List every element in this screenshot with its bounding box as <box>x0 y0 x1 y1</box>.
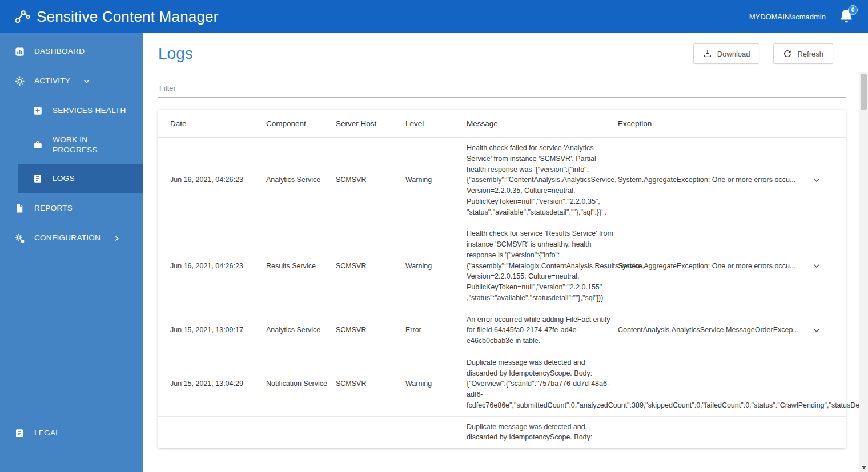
sidebar-item-reports[interactable]: REPORTS <box>0 193 143 223</box>
log-exception-cell <box>618 373 846 396</box>
sidebar: DASHBOARD ACTIVITY <box>0 33 143 472</box>
download-label: Download <box>717 50 750 58</box>
log-component: Analytics Service <box>266 320 336 341</box>
sidebar-item-label: LOGS <box>53 174 75 184</box>
table-row[interactable]: Jun 16, 2021, 04:26:23 Results Service S… <box>158 223 846 309</box>
sidebar-item-dashboard[interactable]: DASHBOARD <box>0 37 143 66</box>
column-header-server-host: Server Host <box>336 119 405 128</box>
sidebar-item-legal[interactable]: LEGAL <box>0 418 143 448</box>
dashboard-icon <box>14 46 25 57</box>
notifications-button[interactable]: 0 <box>838 7 855 26</box>
log-server-host: SCMSVR <box>336 320 405 341</box>
sidebar-item-configuration[interactable]: CONFIGURATION <box>0 223 143 253</box>
sidebar-item-label: ACTIVITY <box>34 76 70 86</box>
table-row[interactable]: Duplicate message was detected and disca… <box>158 417 846 449</box>
sidebar-item-label: WORK IN PROGRESS <box>53 135 115 155</box>
page-title: Logs <box>158 45 193 63</box>
log-message: An error occurred while adding FileFact … <box>467 309 618 352</box>
log-component: Analytics Service <box>266 170 336 191</box>
log-exception-cell: System.AggregateException: One or more e… <box>618 255 846 277</box>
gear-icon <box>14 75 25 87</box>
log-level: Warning <box>405 256 467 277</box>
sidebar-item-label: CONFIGURATION <box>34 233 101 243</box>
expand-chevron-icon[interactable] <box>810 260 823 272</box>
sidebar-item-label: SERVICES HEALTH <box>53 106 126 116</box>
sidebar-item-logs[interactable]: LOGS <box>18 164 143 193</box>
log-list-icon <box>32 173 43 184</box>
refresh-icon <box>783 49 792 58</box>
log-message: Health check failed for service 'Analyti… <box>467 138 618 223</box>
logs-table: Date Component Server Host Level Message… <box>158 110 846 448</box>
user-name: MYDOMAIN\scmadmin <box>749 13 826 21</box>
sidebar-item-label: LEGAL <box>34 428 60 438</box>
header-right: MYDOMAIN\scmadmin 0 <box>749 7 855 26</box>
scrollbar-thumb[interactable] <box>861 74 867 110</box>
bell-icon <box>838 17 854 26</box>
configuration-icon <box>14 232 25 244</box>
chevron-down-icon <box>83 78 90 85</box>
download-icon <box>703 49 712 58</box>
log-table-body: Jun 16, 2021, 04:26:23 Analytics Service… <box>158 138 846 448</box>
log-level <box>405 427 467 437</box>
logs-content: Date Component Server Host Level Message… <box>143 71 859 448</box>
sidebar-item-label: REPORTS <box>34 203 73 213</box>
column-header-level: Level <box>405 119 467 128</box>
chevron-right-icon <box>113 235 120 242</box>
plus-square-icon <box>32 105 43 116</box>
log-exception: ContentAnalysis.AnalyticsService.Message… <box>618 325 799 336</box>
sidebar-item-label: DASHBOARD <box>34 46 85 57</box>
log-component: Notification Service <box>266 373 336 394</box>
log-server-host: SCMSVR <box>336 256 405 277</box>
log-level: Warning <box>405 373 467 394</box>
table-row[interactable]: Jun 16, 2021, 04:26:23 Analytics Service… <box>158 138 846 223</box>
expand-chevron-icon[interactable] <box>810 324 823 337</box>
app-logo-icon <box>13 7 32 26</box>
document-icon <box>14 203 25 214</box>
page-toolbar: Logs Download <box>143 33 859 71</box>
table-row[interactable]: Jun 15, 2021, 13:04:29 Notification Serv… <box>158 352 846 417</box>
table-row[interactable]: Jun 15, 2021, 13:09:17 Analytics Service… <box>158 309 846 352</box>
log-date: Jun 15, 2021, 13:09:17 <box>170 320 266 341</box>
table-header-row: Date Component Server Host Level Message… <box>158 110 846 138</box>
app-title: Sensitive Content Manager <box>37 8 219 26</box>
filter-input[interactable] <box>158 82 846 98</box>
notification-badge: 0 <box>848 5 858 15</box>
log-level: Error <box>405 320 467 341</box>
column-header-exception: Exception <box>618 119 846 128</box>
scrollbar-down-arrow[interactable] <box>859 463 868 472</box>
log-date: Jun 15, 2021, 13:04:29 <box>170 373 266 394</box>
log-level: Warning <box>405 170 467 191</box>
log-date: Jun 16, 2021, 04:26:23 <box>170 170 266 191</box>
toolbar-actions: Download Refresh <box>693 43 833 64</box>
log-date: Jun 16, 2021, 04:26:23 <box>170 256 266 277</box>
sidebar-item-activity[interactable]: ACTIVITY <box>0 66 143 96</box>
log-exception-cell <box>618 421 846 443</box>
column-header-date: Date <box>170 119 266 128</box>
legal-list-icon <box>14 427 25 439</box>
sidebar-item-work-in-progress[interactable]: WORK IN PROGRESS <box>18 126 143 164</box>
log-exception: System.AggregateException: One or more e… <box>618 175 795 185</box>
log-server-host: SCMSVR <box>336 373 405 394</box>
log-exception-cell: System.AggregateException: One or more e… <box>618 169 846 192</box>
sidebar-item-services-health[interactable]: SERVICES HEALTH <box>18 96 143 126</box>
briefcase-icon <box>32 139 43 151</box>
log-message: Duplicate message was detected and disca… <box>467 352 618 416</box>
log-exception: System.AggregateException: One or more e… <box>618 261 795 272</box>
app-header: Sensitive Content Manager MYDOMAIN\scmad… <box>0 0 868 33</box>
log-server-host <box>336 427 405 437</box>
log-component: Results Service <box>266 256 336 277</box>
download-button[interactable]: Download <box>693 43 760 64</box>
refresh-label: Refresh <box>797 50 823 58</box>
vertical-scrollbar[interactable] <box>859 72 868 472</box>
column-header-component: Component <box>266 119 336 128</box>
log-message: Duplicate message was detected and disca… <box>467 417 618 449</box>
refresh-button[interactable]: Refresh <box>773 43 833 64</box>
log-server-host: SCMSVR <box>336 170 405 191</box>
log-message: Health check for service 'Results Servic… <box>467 223 618 308</box>
log-exception-cell: ContentAnalysis.AnalyticsService.Message… <box>618 319 846 342</box>
main-content: Logs Download <box>143 33 859 472</box>
log-component <box>266 427 336 437</box>
column-header-message: Message <box>467 119 618 128</box>
app-window: Sensitive Content Manager MYDOMAIN\scmad… <box>0 0 868 472</box>
expand-chevron-icon[interactable] <box>810 174 823 187</box>
